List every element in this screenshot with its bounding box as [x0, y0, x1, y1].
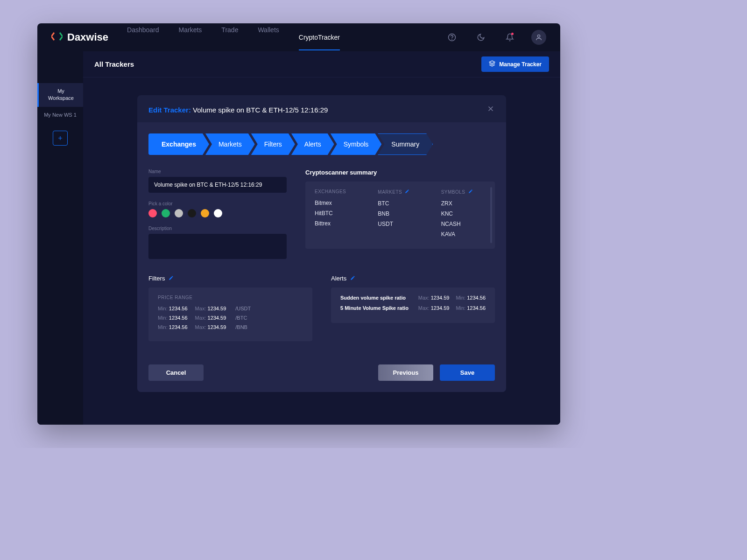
symbol-item: ZRX — [441, 200, 486, 207]
svg-point-1 — [452, 39, 452, 39]
logo-icon — [51, 31, 63, 44]
name-input[interactable] — [148, 177, 287, 193]
step-exchanges[interactable]: Exchanges — [148, 133, 209, 155]
filters-box: PRICE RANGE Min: 1234.56 Max: 1234.59 /U… — [148, 287, 312, 341]
exchange-item: HitBTC — [315, 210, 359, 217]
modal-header: Edit Tracker: Volume spike on BTC & ETH-… — [137, 95, 506, 122]
alerts-box: Sudden volume spike ratio Max: 1234.59 M… — [331, 287, 495, 323]
nav-wallets[interactable]: Wallets — [258, 24, 279, 50]
color-swatch-5[interactable] — [214, 209, 222, 217]
modal-container: Edit Tracker: Volume spike on BTC & ETH-… — [83, 77, 560, 425]
alert-row: 5 Minute Volume Spike ratio Max: 1234.59… — [340, 305, 486, 311]
price-row: Min: 1234.56 Max: 1234.59 /BNB — [158, 324, 303, 330]
svg-point-2 — [537, 35, 540, 37]
modal-footer: Cancel Previous Save — [148, 364, 495, 381]
logo-text: Daxwise — [67, 31, 108, 43]
nav-markets[interactable]: Markets — [179, 24, 202, 50]
subheader: All Trackers Manage Tracker — [83, 51, 560, 77]
market-item: BNB — [378, 210, 422, 217]
topbar-actions — [444, 30, 546, 45]
alerts-section: Alerts Sudden volume spike ratio Max: 12… — [331, 275, 495, 341]
market-item: BTC — [378, 200, 422, 207]
summary-symbols: SYMBOLS ZRX KNC NCASH KAVA — [441, 189, 486, 241]
exchange-item: Bitmex — [315, 200, 359, 206]
symbol-item: NCASH — [441, 221, 486, 227]
sidebar: My Workspace My New WS 1 — [37, 51, 83, 425]
summary-markets: MARKETS BTC BNB USDT — [378, 189, 422, 241]
manage-tracker-button[interactable]: Manage Tracker — [481, 56, 549, 72]
market-item: USDT — [378, 221, 422, 227]
top-nav: Dashboard Markets Trade Wallets CryptoTr… — [127, 24, 444, 50]
workspace-item-1[interactable]: My New WS 1 — [37, 107, 83, 123]
modal-title: Edit Tracker: Volume spike on BTC & ETH-… — [148, 106, 328, 114]
notification-dot — [511, 33, 514, 35]
avatar-button[interactable] — [531, 30, 546, 45]
color-label: Pick a color — [148, 201, 287, 206]
price-row: Min: 1234.56 Max: 1234.59 /BTC — [158, 315, 303, 321]
app-window: Daxwise Dashboard Markets Trade Wallets … — [37, 23, 560, 425]
color-picker — [148, 209, 287, 217]
nav-dashboard[interactable]: Dashboard — [127, 24, 159, 50]
markets-head: MARKETS — [378, 189, 422, 195]
color-swatch-4[interactable] — [201, 209, 209, 217]
symbol-item: KAVA — [441, 231, 486, 238]
alert-row: Sudden volume spike ratio Max: 1234.59 M… — [340, 295, 486, 301]
price-range-head: PRICE RANGE — [158, 295, 303, 300]
pencil-icon[interactable] — [405, 189, 409, 195]
topbar: Daxwise Dashboard Markets Trade Wallets … — [37, 23, 560, 51]
help-icon[interactable] — [444, 30, 459, 45]
color-swatch-3[interactable] — [188, 209, 196, 217]
symbols-head: SYMBOLS — [441, 189, 486, 195]
exchanges-head: EXCHANGES — [315, 189, 359, 194]
body: My Workspace My New WS 1 All Trackers Ma… — [37, 51, 560, 425]
form-row-upper: Name Pick a color — [148, 169, 495, 261]
form-row-lower: Filters PRICE RANGE Min: 1234.56 Max: 12… — [148, 275, 495, 341]
edit-tracker-modal: Edit Tracker: Volume spike on BTC & ETH-… — [137, 95, 506, 392]
color-swatch-1[interactable] — [162, 209, 170, 217]
step-alerts[interactable]: Alerts — [291, 133, 334, 155]
form-right: Cryptoscanner summary EXCHANGES Bitmex H… — [305, 169, 495, 261]
step-summary[interactable]: Summary — [378, 133, 433, 155]
description-input[interactable] — [148, 234, 287, 259]
layers-icon — [489, 60, 495, 68]
exchange-item: Bittrex — [315, 220, 359, 227]
add-workspace-button[interactable] — [53, 131, 68, 146]
summary-box: EXCHANGES Bitmex HitBTC Bittrex MARKETS … — [305, 182, 495, 249]
color-swatch-2[interactable] — [175, 209, 183, 217]
summary-cols: EXCHANGES Bitmex HitBTC Bittrex MARKETS … — [315, 189, 486, 241]
theme-icon[interactable] — [473, 30, 488, 45]
step-breadcrumb: Exchanges Markets Filters Alerts Symbols… — [148, 133, 495, 155]
filters-title: Filters — [148, 275, 312, 282]
close-icon[interactable] — [486, 105, 495, 115]
alerts-title: Alerts — [331, 275, 495, 282]
name-label: Name — [148, 169, 287, 174]
summary-title: Cryptoscanner summary — [305, 169, 495, 176]
desc-label: Description — [148, 226, 287, 231]
manage-tracker-label: Manage Tracker — [499, 61, 542, 68]
modal-title-name: Volume spike on BTC & ETH-12/5 12:16:29 — [193, 106, 328, 114]
price-row: Min: 1234.56 Max: 1234.59 /USDT — [158, 306, 303, 311]
step-symbols[interactable]: Symbols — [331, 133, 382, 155]
pencil-icon[interactable] — [169, 275, 174, 282]
previous-button[interactable]: Previous — [378, 364, 433, 381]
step-filters[interactable]: Filters — [251, 133, 295, 155]
workspace-item-0[interactable]: My Workspace — [37, 83, 83, 107]
summary-exchanges: EXCHANGES Bitmex HitBTC Bittrex — [315, 189, 359, 241]
modal-body: Exchanges Markets Filters Alerts Symbols… — [137, 122, 506, 392]
nav-trade[interactable]: Trade — [221, 24, 238, 50]
form-left: Name Pick a color — [148, 169, 287, 261]
pencil-icon[interactable] — [350, 275, 355, 282]
step-markets[interactable]: Markets — [205, 133, 255, 155]
color-swatch-0[interactable] — [148, 209, 157, 217]
nav-cryptotracker[interactable]: CryptoTracker — [299, 32, 340, 50]
symbol-item: KNC — [441, 210, 486, 217]
page-title: All Trackers — [94, 60, 134, 68]
main: All Trackers Manage Tracker Edit Tracker… — [83, 51, 560, 425]
cancel-button[interactable]: Cancel — [148, 364, 204, 381]
modal-title-prefix: Edit Tracker: — [148, 106, 191, 114]
footer-right: Previous Save — [378, 364, 495, 381]
notification-icon[interactable] — [502, 30, 517, 45]
save-button[interactable]: Save — [440, 364, 495, 381]
pencil-icon[interactable] — [468, 189, 473, 195]
filters-section: Filters PRICE RANGE Min: 1234.56 Max: 12… — [148, 275, 312, 341]
